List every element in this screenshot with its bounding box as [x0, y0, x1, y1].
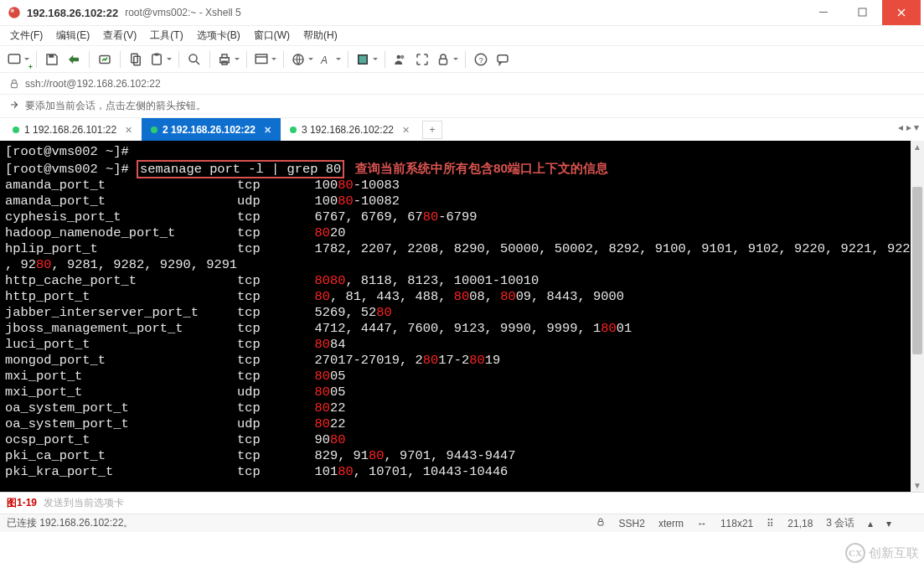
- svg-rect-27: [598, 522, 603, 526]
- color-scheme-button[interactable]: [354, 49, 379, 70]
- svg-rect-3: [859, 8, 866, 16]
- close-button[interactable]: [882, 0, 921, 25]
- status-pos: 21,18: [787, 518, 813, 529]
- watermark: CX 创新互联: [845, 543, 919, 563]
- svg-rect-25: [498, 54, 508, 61]
- tab-add-button[interactable]: +: [422, 121, 442, 139]
- svg-rect-15: [256, 54, 267, 64]
- status-dot-icon: [151, 127, 157, 133]
- status-connected: 已连接 192.168.26.102:22。: [7, 516, 133, 530]
- lock-button[interactable]: [434, 49, 460, 70]
- svg-text:A: A: [320, 54, 328, 65]
- info-text: 要添加当前会话，点击左侧的箭头按钮。: [25, 99, 206, 113]
- watermark-text: 创新互联: [869, 545, 919, 561]
- scroll-down-icon[interactable]: ▼: [913, 479, 921, 492]
- svg-rect-9: [152, 54, 162, 65]
- watermark-badge: CX: [845, 543, 865, 563]
- status-term: xterm: [658, 518, 684, 529]
- terminal[interactable]: [root@vms002 ~]#[root@vms002 ~]# semanag…: [0, 141, 911, 492]
- copy-button[interactable]: [126, 49, 146, 70]
- menu-view[interactable]: 查看(V): [96, 27, 143, 44]
- compose-bar: 图1-19 发送到当前选项卡: [0, 492, 924, 514]
- terminal-wrap: [root@vms002 ~]#[root@vms002 ~]# semanag…: [0, 141, 924, 492]
- scrollbar-thumb[interactable]: [912, 187, 922, 354]
- menu-edit[interactable]: 编辑(E): [49, 27, 96, 44]
- address-url[interactable]: ssh://root@192.168.26.102:22: [25, 78, 161, 90]
- lock-icon: [8, 77, 20, 90]
- figure-label: 图1-19: [0, 496, 44, 510]
- find-button[interactable]: [184, 49, 204, 70]
- scroll-up-icon[interactable]: ▲: [913, 141, 921, 153]
- menu-bar: 文件(F) 编辑(E) 查看(V) 工具(T) 选项卡(B) 窗口(W) 帮助(…: [0, 25, 924, 45]
- grid-icon: ⠿: [767, 518, 774, 529]
- status-dot-icon: [13, 127, 19, 133]
- menu-help[interactable]: 帮助(H): [297, 27, 344, 44]
- app-icon: [7, 5, 22, 20]
- svg-rect-22: [440, 59, 447, 65]
- font-button[interactable]: A: [317, 49, 343, 70]
- tab-2[interactable]: 2 192.168.26.102:22 ✕: [142, 118, 281, 141]
- size-icon: ↔: [697, 518, 707, 529]
- connect-button[interactable]: [64, 49, 84, 70]
- svg-rect-2: [819, 12, 828, 13]
- new-session-button[interactable]: +: [5, 49, 31, 70]
- tab-strip: 1 192.168.26.101:22 ✕ 2 192.168.26.102:2…: [0, 117, 924, 141]
- svg-rect-19: [359, 55, 367, 63]
- tab-close-icon[interactable]: ✕: [125, 125, 132, 136]
- status-sessions: 3 会话: [826, 516, 854, 530]
- fullscreen-button[interactable]: [412, 49, 432, 70]
- status-size: 118x21: [720, 518, 753, 529]
- svg-text:?: ?: [479, 55, 483, 64]
- svg-rect-5: [49, 54, 54, 58]
- window-buttons: [805, 0, 921, 25]
- svg-point-0: [8, 7, 20, 18]
- paste-button[interactable]: [147, 49, 173, 70]
- minimize-button[interactable]: [805, 0, 844, 25]
- address-bar: ssh://root@192.168.26.102:22: [0, 72, 924, 94]
- title-bar: 192.168.26.102:22 root@vms002:~ - Xshell…: [0, 0, 924, 25]
- tab-close-icon[interactable]: ✕: [264, 125, 271, 136]
- terminal-scrollbar[interactable]: ▲ ▼: [911, 141, 924, 492]
- menu-tools[interactable]: 工具(T): [143, 27, 189, 44]
- tab-label: 2 192.168.26.102:22: [163, 124, 256, 136]
- compose-input[interactable]: 发送到当前选项卡: [44, 496, 924, 510]
- globe-button[interactable]: [289, 49, 315, 70]
- info-bar: 要添加当前会话，点击左侧的箭头按钮。: [0, 94, 924, 117]
- ssh-icon: [596, 517, 606, 529]
- status-bar: 已连接 192.168.26.102:22。 SSH2 xterm ↔ 118x…: [0, 514, 924, 532]
- svg-rect-13: [222, 54, 227, 58]
- save-button[interactable]: [42, 49, 62, 70]
- tab-scroll[interactable]: ◂ ▸ ▾: [898, 121, 919, 133]
- sessions-up-icon[interactable]: ▴: [868, 518, 873, 529]
- svg-point-21: [400, 54, 405, 59]
- tab-label: 3 192.168.26.102:22: [302, 124, 394, 136]
- arrow-icon[interactable]: [8, 99, 20, 113]
- svg-point-1: [11, 9, 15, 13]
- svg-point-11: [189, 54, 197, 62]
- help-button[interactable]: ?: [471, 49, 491, 70]
- sessions-down-icon[interactable]: ▾: [886, 518, 891, 529]
- users-button[interactable]: [390, 49, 410, 70]
- svg-point-20: [397, 54, 401, 59]
- menu-window[interactable]: 窗口(W): [247, 27, 297, 44]
- tab-1[interactable]: 1 192.168.26.101:22 ✕: [3, 118, 142, 141]
- print-button[interactable]: [215, 49, 241, 70]
- status-ssh: SSH2: [619, 518, 645, 529]
- tab-label: 1 192.168.26.101:22: [24, 124, 116, 136]
- menu-file[interactable]: 文件(F): [3, 27, 49, 44]
- chat-button[interactable]: [493, 49, 513, 70]
- window-title-main: 192.168.26.102:22: [27, 7, 118, 19]
- tab-3[interactable]: 3 192.168.26.102:22 ✕: [281, 118, 419, 141]
- svg-rect-10: [155, 53, 159, 55]
- status-dot-icon: [290, 127, 297, 133]
- maximize-button[interactable]: [844, 0, 882, 25]
- window-title-sub: root@vms002:~ - Xshell 5: [125, 7, 241, 18]
- properties-button[interactable]: [252, 49, 278, 70]
- menu-tab[interactable]: 选项卡(B): [190, 27, 247, 44]
- tab-close-icon[interactable]: ✕: [402, 125, 410, 136]
- reconnect-button[interactable]: [95, 49, 115, 70]
- svg-rect-26: [12, 83, 18, 87]
- toolbar: + A ?: [0, 45, 924, 72]
- svg-rect-4: [8, 54, 20, 64]
